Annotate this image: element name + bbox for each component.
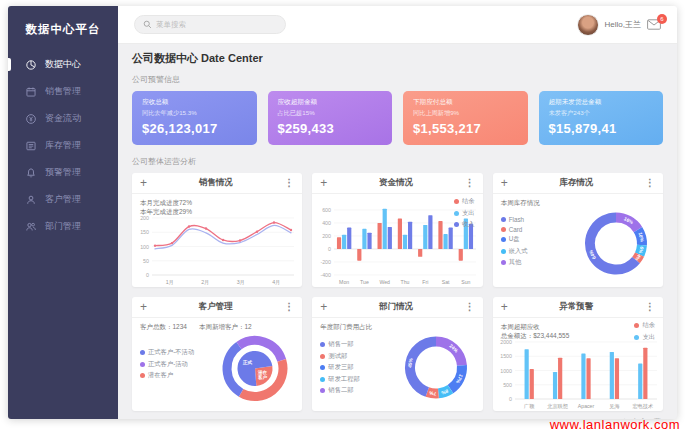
svg-text:Wed: Wed <box>380 279 391 285</box>
chart-body: 结余支出收入-400-2000200400600MonTueWedThuFriS… <box>312 194 482 287</box>
sidebar-item-label: 销售管理 <box>45 85 81 98</box>
svg-text:1000: 1000 <box>500 368 512 374</box>
svg-text:0: 0 <box>328 246 331 252</box>
chart-note: 本月完成进度72% <box>140 198 192 207</box>
sidebar-item[interactable]: 预警管理 <box>8 159 118 186</box>
svg-text:400: 400 <box>322 220 331 226</box>
chart-stats: 客户总数：1234本周新增客户：12 <box>140 322 252 331</box>
more-icon[interactable]: ⋮ <box>645 178 655 188</box>
legend-dot <box>454 199 459 204</box>
svg-text:潜在客户: 潜在客户 <box>257 370 268 381</box>
legend-label: 潜在客户 <box>148 371 173 380</box>
stat-card[interactable]: 超期未发货总金额未发客户243个$15,879,41 <box>539 91 664 145</box>
stat-card-value: $259,433 <box>278 121 383 136</box>
legend-item: 销售一部 <box>320 340 359 349</box>
watermark: www.lanlanwork.com <box>550 417 680 432</box>
sidebar-item-label: 预警管理 <box>45 166 81 179</box>
stat-card[interactable]: 下期应付总额同比上周新增9%$1,553,217 <box>403 91 528 145</box>
legend-label: Flash <box>509 216 524 223</box>
svg-text:4月: 4月 <box>272 279 280 286</box>
chart-card-header: +销售情况⋮ <box>132 173 302 194</box>
svg-text:-200: -200 <box>321 259 332 265</box>
svg-text:0: 0 <box>509 396 512 402</box>
sidebar-item[interactable]: 库存管理 <box>8 132 118 159</box>
search-box[interactable] <box>134 15 286 34</box>
stat-card-sub: 同比上周新增9% <box>413 109 518 118</box>
legend-item: U盘 <box>501 235 528 244</box>
avatar[interactable] <box>577 14 599 36</box>
chart-card-title: 异常预警 <box>508 301 645 313</box>
chart-card-header: +库存情况⋮ <box>493 173 663 194</box>
svg-text:1500: 1500 <box>500 353 512 359</box>
add-icon[interactable]: + <box>501 301 508 313</box>
legend-dot <box>320 365 325 370</box>
users-icon <box>25 221 37 233</box>
chart-body: 本周库存情况FlashCardU盘嵌入式其他16%10%6%4%64% <box>493 194 663 287</box>
legend-item: 结余 <box>454 197 475 206</box>
chart-card-title: 库存情况 <box>508 177 645 189</box>
add-icon[interactable]: + <box>320 177 327 189</box>
add-icon[interactable]: + <box>320 301 327 313</box>
legend-item: 研发三部 <box>320 363 359 372</box>
legend-dot <box>501 217 506 222</box>
svg-text:50: 50 <box>143 258 149 264</box>
legend-label: 支出 <box>642 333 655 342</box>
legend-label: 结余 <box>642 321 655 330</box>
legend-dot <box>501 260 506 265</box>
stat-card[interactable]: 应收总额同比去年减少15.3%$26,123,017 <box>132 91 257 145</box>
chart-body: 本周超期应收总金额达：$23,444,555结余支出05001000150020… <box>493 318 663 411</box>
stat-card-sub: 未发客户243个 <box>549 109 654 118</box>
legend-item: 正式客户-活动 <box>140 360 194 369</box>
stat-card-value: $1,553,217 <box>413 121 518 136</box>
stat-card[interactable]: 应收超期金额占比已超15%$259,433 <box>268 91 393 145</box>
sidebar-item-label: 库存管理 <box>45 139 81 152</box>
add-icon[interactable]: + <box>140 177 147 189</box>
sidebar-item[interactable]: 数据中心 <box>8 51 118 78</box>
add-icon[interactable]: + <box>140 301 147 313</box>
chart-card: +部门情况⋮年度部门费用占比销售一部测试部研发三部研发工程部销售二部24%17%… <box>312 297 482 411</box>
chart-card-header: +资金情况⋮ <box>312 173 482 194</box>
more-icon[interactable]: ⋮ <box>465 302 475 312</box>
chart-card-title: 销售情况 <box>147 177 284 189</box>
svg-text:广颖: 广颖 <box>523 403 535 409</box>
stat-card-label: 应收超期金额 <box>278 98 383 107</box>
more-icon[interactable]: ⋮ <box>465 178 475 188</box>
svg-text:正式: 正式 <box>242 359 253 365</box>
search-input[interactable] <box>156 20 277 29</box>
more-icon[interactable]: ⋮ <box>645 302 655 312</box>
stat-card-label: 下期应付总额 <box>413 98 518 107</box>
svg-text:Mon: Mon <box>339 279 349 285</box>
sidebar-nav: 数据中心销售管理资金流动库存管理预警管理客户管理部门管理 <box>8 51 118 240</box>
legend-dot <box>501 227 506 232</box>
legend-label: 研发工程部 <box>328 375 359 384</box>
chart-note: 总金额达：$23,444,555 <box>501 331 570 340</box>
sidebar-item[interactable]: 资金流动 <box>8 105 118 132</box>
chart-note: 本周超期应收 <box>501 322 570 331</box>
svg-text:500: 500 <box>503 382 512 388</box>
mail-button[interactable]: 6 <box>647 19 661 30</box>
chart-body: 年度部门费用占比销售一部测试部研发三部研发工程部销售二部24%17%8%7%45… <box>312 318 482 411</box>
content: 公司数据中心 Date Center 公司预警信息 应收总额同比去年减少15.3… <box>118 44 677 419</box>
svg-text:200: 200 <box>322 233 331 239</box>
copyright: © 2015 Copyright <box>134 419 189 420</box>
legend-label: 收入 <box>462 220 475 229</box>
svg-text:150: 150 <box>140 229 149 235</box>
chart-legend: 结余支出收入 <box>454 197 475 229</box>
legend-item: 潜在客户 <box>140 371 194 380</box>
legend-item: Card <box>501 226 528 233</box>
sidebar-item[interactable]: 部门管理 <box>8 213 118 240</box>
stat-card-value: $26,123,017 <box>142 121 247 136</box>
legend-item: 收入 <box>454 220 475 229</box>
chart-cards: +销售情况⋮本月完成进度72%本年完成进度29%0501001502001月2月… <box>132 173 663 411</box>
sidebar-item[interactable]: 销售管理 <box>8 78 118 105</box>
sidebar-item[interactable]: 客户管理 <box>8 186 118 213</box>
legend-dot <box>140 350 145 355</box>
svg-text:宏电技术: 宏电技术 <box>632 403 653 409</box>
add-icon[interactable]: + <box>501 177 508 189</box>
more-icon[interactable]: ⋮ <box>284 302 294 312</box>
more-icon[interactable]: ⋮ <box>284 178 294 188</box>
svg-text:Sun: Sun <box>462 279 471 285</box>
svg-text:Fri: Fri <box>423 279 429 285</box>
legend-dot <box>320 377 325 382</box>
bell-icon <box>25 167 37 179</box>
